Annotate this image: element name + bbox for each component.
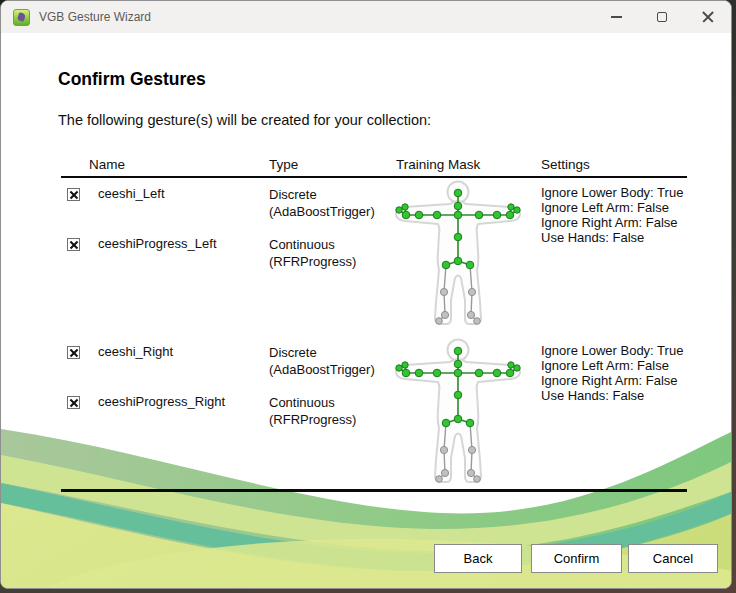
gesture-type: Discrete (AdaBoostTrigger) [269, 344, 375, 378]
setting-line: Ignore Lower Body: True [541, 343, 683, 358]
confirm-button[interactable]: Confirm [531, 544, 622, 573]
setting-line: Ignore Right Arm: False [541, 215, 683, 230]
column-header-training-mask: Training Mask [396, 157, 480, 172]
gesture-name: ceeshiProgress_Left [98, 236, 217, 251]
window-title: VGB Gesture Wizard [39, 10, 151, 24]
setting-line: Use Hands: False [541, 388, 683, 403]
gesture-type-primary: Discrete [269, 344, 375, 361]
column-header-settings: Settings [541, 157, 590, 172]
minimize-button[interactable] [593, 1, 639, 33]
gesture-name: ceeshiProgress_Right [98, 394, 225, 409]
gesture-type: Discrete (AdaBoostTrigger) [269, 186, 375, 220]
training-mask-figure [393, 180, 523, 325]
gesture-settings: Ignore Lower Body: True Ignore Left Arm:… [541, 185, 683, 245]
gesture-checkbox-ceeshiprogress-right[interactable] [67, 396, 80, 409]
gesture-type-secondary: (RFRProgress) [269, 253, 356, 270]
wizard-content: Confirm Gestures The following gesture(s… [1, 33, 732, 589]
minimize-icon [611, 16, 622, 18]
setting-line: Ignore Right Arm: False [541, 373, 683, 388]
gesture-type-secondary: (AdaBoostTrigger) [269, 203, 375, 220]
window-controls [593, 1, 731, 33]
vgb-gesture-wizard-window: VGB Gesture Wizard [0, 0, 732, 589]
setting-line: Use Hands: False [541, 230, 683, 245]
desktop-background: VGB Gesture Wizard [0, 0, 736, 593]
column-header-name: Name [89, 157, 125, 172]
gesture-name: ceeshi_Right [98, 344, 173, 359]
page-title: Confirm Gestures [58, 69, 206, 90]
gesture-checkbox-ceeshi-left[interactable] [67, 188, 80, 201]
title-bar[interactable]: VGB Gesture Wizard [1, 1, 731, 34]
gesture-settings: Ignore Lower Body: True Ignore Left Arm:… [541, 343, 683, 403]
training-mask-figure [393, 338, 523, 483]
gesture-type-primary: Continuous [269, 236, 356, 253]
green-swoosh-background [1, 421, 732, 589]
gesture-type: Continuous (RFRProgress) [269, 394, 356, 428]
gesture-type-secondary: (AdaBoostTrigger) [269, 361, 375, 378]
footer-rule [61, 489, 687, 492]
gesture-name: ceeshi_Left [98, 186, 165, 201]
app-icon [13, 9, 30, 26]
maximize-icon [657, 12, 667, 22]
gesture-checkbox-ceeshi-right[interactable] [67, 346, 80, 359]
cancel-button[interactable]: Cancel [628, 544, 718, 573]
setting-line: Ignore Lower Body: True [541, 185, 683, 200]
maximize-button[interactable] [639, 1, 685, 33]
close-button[interactable] [685, 1, 731, 33]
back-button[interactable]: Back [434, 544, 522, 573]
page-intro-text: The following gesture(s) will be created… [58, 112, 431, 128]
gesture-type-secondary: (RFRProgress) [269, 411, 356, 428]
gesture-checkbox-ceeshiprogress-left[interactable] [67, 238, 80, 251]
gesture-type-primary: Discrete [269, 186, 375, 203]
setting-line: Ignore Left Arm: False [541, 200, 683, 215]
gesture-type-primary: Continuous [269, 394, 356, 411]
gesture-type: Continuous (RFRProgress) [269, 236, 356, 270]
column-header-type: Type [269, 157, 298, 172]
close-icon [702, 11, 714, 23]
header-rule [61, 176, 687, 178]
setting-line: Ignore Left Arm: False [541, 358, 683, 373]
